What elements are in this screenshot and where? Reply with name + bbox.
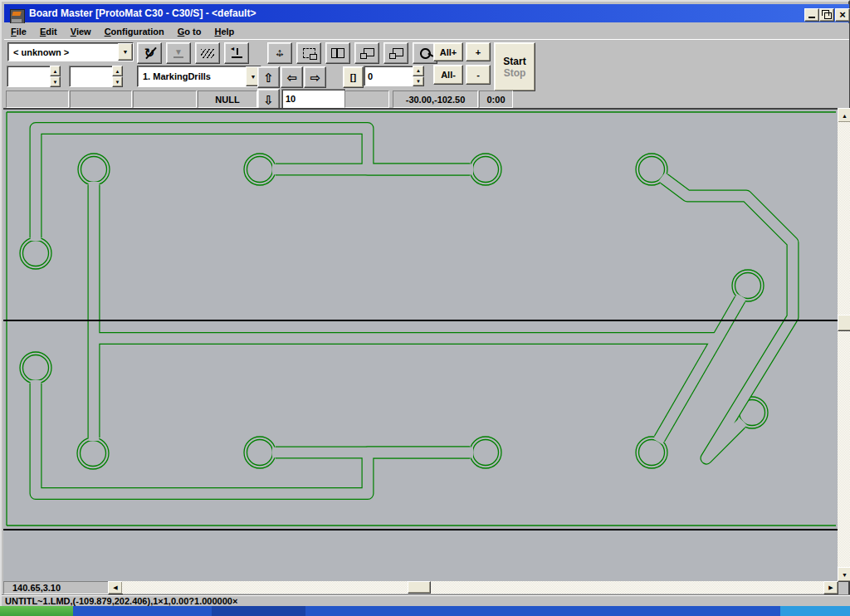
menu-item-go-to[interactable]: Go to	[171, 25, 208, 38]
duplicate-window-button-2[interactable]	[383, 42, 408, 64]
menu-item-configuration[interactable]: Configuration	[98, 25, 171, 38]
count-field[interactable]: 0	[364, 66, 419, 86]
status-panel-2	[70, 90, 132, 108]
phase-selector-value: 1. MarkingDrills	[138, 71, 246, 81]
taskbar-start-button[interactable]	[0, 606, 73, 616]
phase-selector-combobox[interactable]: 1. MarkingDrills ▼	[137, 66, 261, 87]
scroll-left-button[interactable]: ◀	[108, 581, 123, 594]
file-info-text: UNTITL~1.LMD,(-109.879,202.406),1×1,0.00…	[5, 596, 237, 606]
status-panel-3	[133, 90, 197, 108]
rubout-button[interactable]	[195, 42, 220, 64]
scroll-right-button[interactable]: ▶	[823, 581, 838, 594]
mill-head-icon	[232, 48, 242, 58]
elapsed-time-panel: 0:00	[479, 90, 513, 108]
statusbar: UNTITL~1.LMD,(-109.879,202.406),1×1,0.00…	[2, 594, 850, 607]
arrow-down-icon: ⇩	[263, 94, 274, 106]
vertical-scrollbar-track[interactable]	[838, 122, 850, 567]
pcb-board-drawing	[3, 110, 838, 583]
all-minus-button[interactable]: All-	[433, 65, 463, 85]
scroll-down-button[interactable]: ▼	[838, 567, 850, 582]
close-icon: ×	[839, 11, 846, 19]
minus-button[interactable]: -	[466, 65, 491, 85]
titlebar: Board Master [ProtoMat C30 - C30/S] - <d…	[4, 4, 849, 22]
arrow-left-icon: ⇦	[286, 71, 297, 84]
copy-select-icon	[303, 48, 315, 58]
count-field-spinner[interactable]: ▲▼	[413, 66, 424, 86]
menu-item-view[interactable]: View	[64, 25, 98, 38]
tool-selector-combobox[interactable]: < unknown > ▼	[7, 42, 134, 61]
horizontal-scrollbar-thumb[interactable]	[408, 581, 431, 594]
phase-status-panel: NULL	[198, 90, 257, 108]
tool-selector-value: < unknown >	[8, 47, 118, 57]
bracket-button[interactable]: []	[343, 66, 364, 88]
restore-icon	[824, 12, 832, 19]
taskbar	[0, 606, 850, 616]
mill-head-button[interactable]	[224, 42, 249, 64]
app-icon[interactable]	[10, 9, 25, 24]
move-up-button[interactable]: ⇧	[257, 66, 280, 88]
scroll-up-button[interactable]: ▲	[838, 108, 850, 123]
y-field-spinner[interactable]: ▲▼	[112, 66, 123, 87]
menu-item-file[interactable]: File	[4, 25, 33, 38]
import-icon: ▼	[173, 48, 183, 58]
horizontal-scrollbar-track[interactable]	[122, 581, 823, 594]
pcb-canvas[interactable]	[3, 108, 838, 583]
arrow-up-icon: ⇧	[263, 71, 274, 84]
close-button[interactable]: ×	[835, 8, 850, 22]
rubout-icon	[201, 49, 214, 58]
import-button[interactable]: ▼	[166, 42, 191, 64]
move-left-button[interactable]: ⇦	[281, 66, 303, 88]
toolbar: < unknown > ▼ ↻ ▼ All+ + Start Stop ▲▼ ▲…	[4, 39, 849, 109]
move-icon	[273, 46, 286, 60]
duplicate-window-icon-2	[393, 48, 403, 56]
duplicate-window-button[interactable]	[354, 42, 379, 64]
x-field[interactable]	[7, 66, 56, 87]
app-window: Board Master [ProtoMat C30 - C30/S] - <d…	[0, 0, 850, 608]
taskbar-tray	[780, 606, 850, 616]
menu-item-help[interactable]: Help	[208, 25, 241, 38]
arrow-right-icon: ⇨	[310, 71, 320, 84]
split-view-button[interactable]	[325, 42, 350, 64]
move-button[interactable]	[267, 42, 292, 64]
minimize-button[interactable]	[804, 8, 819, 22]
chevron-down-icon[interactable]: ▼	[118, 43, 133, 61]
menubar: FileEditViewConfigurationGo toHelp	[4, 23, 849, 39]
window-title: Board Master [ProtoMat C30 - C30/S] - <d…	[29, 7, 256, 19]
stop-label: Stop	[504, 67, 526, 79]
status-panel-4	[344, 90, 389, 108]
cursor-position-panel: 140.65,3.10	[3, 581, 115, 594]
vertical-scrollbar-thumb[interactable]	[838, 315, 850, 331]
rotate-button[interactable]: ↻	[137, 42, 162, 64]
restore-button[interactable]	[819, 8, 834, 22]
start-label: Start	[503, 56, 525, 67]
step-field[interactable]: 10	[281, 89, 346, 109]
vertical-scrollbar[interactable]: ▲ ▼	[838, 108, 850, 581]
move-right-button[interactable]: ⇨	[304, 66, 326, 88]
copy-select-button[interactable]	[296, 42, 321, 64]
status-panel-1	[6, 90, 69, 108]
rotate-icon: ↻	[144, 47, 155, 59]
start-stop-button[interactable]: Start Stop	[494, 42, 535, 91]
x-field-spinner[interactable]: ▲▼	[50, 66, 61, 87]
taskbar-app-button[interactable]	[212, 606, 305, 616]
head-position-panel: -30.00,-102.50	[393, 90, 478, 108]
minimize-icon	[808, 11, 815, 18]
zoom-icon	[419, 47, 432, 60]
plus-button[interactable]: +	[466, 42, 491, 61]
duplicate-window-icon	[364, 48, 374, 56]
y-field[interactable]	[69, 66, 119, 87]
menu-item-edit[interactable]: Edit	[33, 25, 64, 38]
split-view-icon	[331, 48, 344, 58]
all-plus-button[interactable]: All+	[433, 42, 463, 61]
